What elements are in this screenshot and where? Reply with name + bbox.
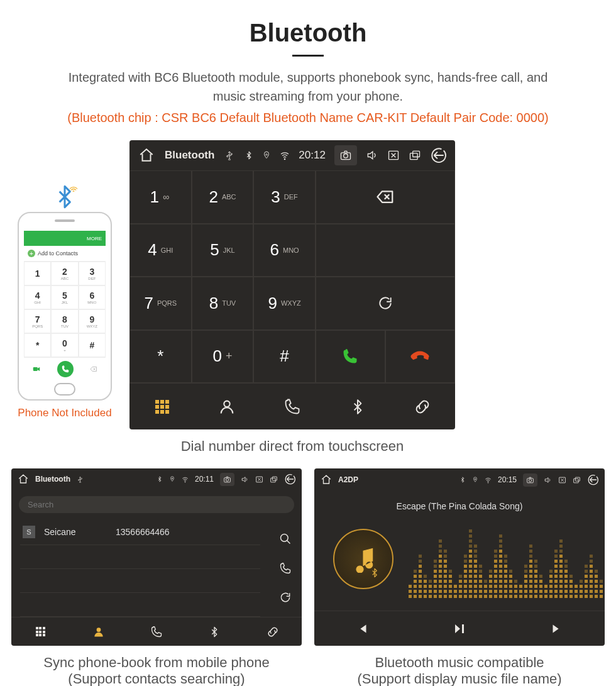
keypad-key-#[interactable]: # <box>253 330 316 384</box>
contacts-panel: Bluetooth 20:11 <box>11 468 302 646</box>
play-pause-button[interactable] <box>452 621 467 636</box>
home-icon[interactable] <box>321 474 332 485</box>
keypad-key-*[interactable]: * <box>129 330 192 384</box>
status-bar: A2DP 20:15 <box>314 468 605 491</box>
tab-pair[interactable] <box>390 384 455 429</box>
call-action-icon[interactable] <box>279 562 292 575</box>
page-subtitle: Integrated with BC6 Bluetooth module, su… <box>50 68 566 106</box>
music-caption: Bluetooth music compatible (Support disp… <box>314 655 605 686</box>
location-icon <box>169 476 175 482</box>
search-action-icon[interactable] <box>279 533 292 545</box>
avatar: S <box>23 526 35 538</box>
phone-key: 5JKL <box>51 285 78 309</box>
search-input[interactable] <box>19 496 294 513</box>
phone-key: 7PQRS <box>24 309 51 333</box>
tab-pair[interactable] <box>244 617 302 646</box>
contacts-caption: Sync phone-book from mobile phone (Suppo… <box>11 655 302 686</box>
clock: 20:12 <box>299 149 326 162</box>
volume-icon[interactable] <box>241 475 249 484</box>
dialpad-icon <box>155 400 169 414</box>
tab-bluetooth[interactable] <box>185 617 243 646</box>
screenshot-icon[interactable] <box>523 473 537 487</box>
bluetooth-signal-icon <box>52 184 77 209</box>
call-button[interactable] <box>316 330 385 384</box>
contact-row <box>20 593 260 617</box>
phone-key: 0+ <box>51 333 78 357</box>
tab-contacts[interactable] <box>69 617 127 646</box>
add-to-contacts-row: +Add to Contacts <box>24 246 106 262</box>
contact-row[interactable]: S Seicane 13566664466 <box>20 519 260 545</box>
redial-button[interactable] <box>316 277 455 330</box>
recent-apps-icon[interactable] <box>409 149 421 162</box>
close-app-icon[interactable] <box>255 475 263 484</box>
home-icon[interactable] <box>138 147 155 163</box>
phone-caption: Phone Not Included <box>11 407 118 419</box>
screenshot-icon[interactable] <box>334 145 357 165</box>
keypad-key-5[interactable]: 5JKL <box>192 224 254 277</box>
prev-track-button[interactable] <box>356 622 370 636</box>
app-title: Bluetooth <box>165 149 214 162</box>
keypad-key-8[interactable]: 8TUV <box>192 277 254 330</box>
phone-key: # <box>79 333 106 357</box>
bluetooth-icon <box>459 477 466 483</box>
next-track-button[interactable] <box>549 622 563 636</box>
dialpad-icon <box>36 627 45 636</box>
tab-bluetooth[interactable] <box>325 384 390 429</box>
tab-contacts[interactable] <box>195 384 260 429</box>
bluetooth-icon <box>157 476 163 482</box>
recent-apps-icon[interactable] <box>573 476 581 484</box>
page-title: Bluetooth <box>0 19 616 47</box>
close-app-icon[interactable] <box>387 149 400 162</box>
tab-dialpad[interactable] <box>129 384 195 429</box>
volume-icon[interactable] <box>366 149 378 162</box>
app-title: Bluetooth <box>35 475 70 484</box>
album-art <box>333 529 393 589</box>
tab-recent-calls[interactable] <box>128 617 185 646</box>
music-panel: A2DP 20:15 Escape (The Pina Colada Song) <box>314 468 605 646</box>
dialer-panel: Bluetooth 20:12 1∞2ABC3DEF4GHI5JKL6 <box>129 140 455 429</box>
status-bar: Bluetooth 20:12 <box>129 140 455 170</box>
location-icon <box>472 477 478 483</box>
keypad-key-9[interactable]: 9WXYZ <box>253 277 316 330</box>
close-app-icon[interactable] <box>558 476 566 484</box>
sync-action-icon[interactable] <box>279 591 292 604</box>
phone-mockup: MORE +Add to Contacts 12ABC3DEF4GHI5JKL6… <box>18 212 112 401</box>
keypad-key-2[interactable]: 2ABC <box>192 170 254 224</box>
hangup-button[interactable] <box>385 330 455 384</box>
back-icon[interactable] <box>430 147 446 163</box>
keypad-key-6[interactable]: 6MNO <box>253 224 316 277</box>
back-icon[interactable] <box>587 474 598 485</box>
title-underline <box>292 55 324 57</box>
volume-icon[interactable] <box>544 476 552 484</box>
phone-key: 4GHI <box>24 285 51 309</box>
phone-key: 1 <box>24 262 51 285</box>
dialer-caption: Dial number direct from touchscreen <box>129 438 455 455</box>
keypad-key-1[interactable]: 1∞ <box>129 170 192 224</box>
bluetooth-icon <box>245 151 253 160</box>
phone-key: * <box>24 333 51 357</box>
backspace-button[interactable] <box>316 170 455 224</box>
tab-dialpad[interactable] <box>11 617 69 646</box>
status-bar: Bluetooth 20:11 <box>11 468 302 490</box>
tab-recent-calls[interactable] <box>260 384 325 429</box>
app-title: A2DP <box>338 475 358 484</box>
back-icon[interactable] <box>284 473 295 485</box>
keypad-key-7[interactable]: 7PQRS <box>129 277 192 330</box>
wifi-icon <box>182 476 189 483</box>
location-icon <box>262 151 271 160</box>
keypad-key-4[interactable]: 4GHI <box>129 224 192 277</box>
contact-number: 13566664466 <box>116 527 170 537</box>
phone-key: 9WXYZ <box>79 309 106 333</box>
recent-apps-icon[interactable] <box>270 475 278 484</box>
home-icon[interactable] <box>18 473 29 485</box>
screenshot-icon[interactable] <box>220 473 234 486</box>
keypad-key-3[interactable]: 3DEF <box>253 170 316 224</box>
phone-key: 8TUV <box>51 309 78 333</box>
contact-row <box>20 545 260 569</box>
clock: 20:11 <box>195 475 214 484</box>
keypad-key-0[interactable]: 0+ <box>192 330 254 384</box>
contact-name: Seicane <box>44 527 107 537</box>
call-button <box>57 361 74 377</box>
wifi-icon <box>280 150 290 160</box>
contact-row <box>20 569 260 593</box>
